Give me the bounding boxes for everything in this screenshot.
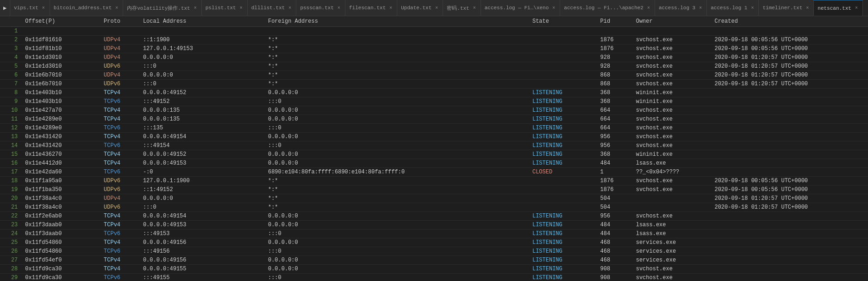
cell-11-local: :::135 xyxy=(139,124,264,133)
tab-close-0[interactable]: × xyxy=(41,6,46,11)
tab-13[interactable]: timeliner.txt× xyxy=(759,0,814,16)
table-row[interactable]: 30x11df81b10UDPv4127.0.0.1:49153*:*1876s… xyxy=(0,45,868,53)
cell-4-owner: svchost.exe xyxy=(632,62,711,71)
tab-7[interactable]: Update.txt× xyxy=(397,0,443,16)
cell-6-foreign: *:* xyxy=(264,80,529,89)
table-row[interactable]: 20x11df81610UDPv4::1:1900*:*1876svchost.… xyxy=(0,36,868,45)
tab-4[interactable]: dlllist.txt× xyxy=(248,0,297,16)
cell-25-pid: 468 xyxy=(597,247,632,256)
cell-21-num: 22 xyxy=(0,212,21,221)
tab-scroll-arrow[interactable]: ▶ xyxy=(0,0,10,16)
tab-close-14[interactable]: × xyxy=(854,6,859,11)
table-row[interactable]: 140x11e431420TCPv6:::49154:::0LISTENING9… xyxy=(0,141,868,150)
tab-label-12: access.log 1 xyxy=(711,5,747,11)
tab-close-13[interactable]: × xyxy=(805,6,810,11)
tab-2[interactable]: 内存volatility操作.txt× xyxy=(123,0,201,16)
cell-18-state xyxy=(529,185,597,194)
table-row[interactable]: 280x11fd9ca30TCPv40.0.0.0:491550.0.0.0:0… xyxy=(0,265,868,274)
tab-label-0: vips.txt xyxy=(14,5,38,11)
cell-0-owner xyxy=(632,27,711,36)
tab-5[interactable]: pssscan.txt× xyxy=(296,0,345,16)
tab-8[interactable]: 密码.txt× xyxy=(443,0,481,16)
table-row[interactable]: 220x11f2e6ab0TCPv40.0.0.0:491540.0.0.0:0… xyxy=(0,212,868,221)
cell-25-local: :::49156 xyxy=(139,247,264,256)
tab-14[interactable]: netscan.txt× xyxy=(814,0,863,16)
tab-10[interactable]: access.log — Fi...\apache2× xyxy=(560,0,655,16)
tab-close-12[interactable]: × xyxy=(750,6,755,11)
cell-14-local: 0.0.0.0:49152 xyxy=(139,150,264,159)
table-row[interactable]: 170x11e42da60TCPv6-:06890:e104:80fa:ffff… xyxy=(0,168,868,177)
tab-11[interactable]: access.log 3× xyxy=(655,0,707,16)
tab-close-4[interactable]: × xyxy=(287,6,292,11)
table-row[interactable]: 270x11fd54ef0TCPv40.0.0.0:491560.0.0.0:0… xyxy=(0,256,868,265)
tab-9[interactable]: access.log — Fi…\xeno× xyxy=(481,0,561,16)
cell-15-pid: 484 xyxy=(597,159,632,168)
table-row[interactable]: 60x11e6b7010UDPv40.0.0.0:0*:*868svchost.… xyxy=(0,71,868,80)
cell-13-created xyxy=(711,141,868,150)
table-row[interactable]: 260x11fd54860TCPv6:::49156:::0LISTENING4… xyxy=(0,247,868,256)
cell-27-state: LISTENING xyxy=(529,265,597,274)
table-row[interactable]: 230x11f3daab0TCPv40.0.0.0:491530.0.0.0:0… xyxy=(0,221,868,230)
data-table[interactable]: Offset(P)ProtoLocal AddressForeign Addre… xyxy=(0,16,868,281)
tab-label-10: access.log — Fi...\apache2 xyxy=(564,5,643,11)
tab-close-11[interactable]: × xyxy=(698,6,703,11)
tab-close-8[interactable]: × xyxy=(472,6,477,11)
tab-12[interactable]: access.log 1× xyxy=(707,0,759,16)
tab-close-6[interactable]: × xyxy=(388,6,393,11)
table-row[interactable]: 80x11e403b10TCPv40.0.0.0:491520.0.0.0:0L… xyxy=(0,89,868,97)
tab-1[interactable]: bitcoin_address.txt× xyxy=(50,0,123,16)
table-row[interactable]: 190x11f1ba350UDPv6::1:49152*:*1876svchos… xyxy=(0,185,868,194)
cell-4-offset: 0x11e1d3010 xyxy=(21,62,100,71)
cell-7-created xyxy=(711,89,868,97)
table-row[interactable]: 130x11e431420TCPv40.0.0.0:491540.0.0.0:0… xyxy=(0,133,868,141)
table-row[interactable]: 40x11e1d3010UDPv40.0.0.0:0*:*928svchost.… xyxy=(0,53,868,62)
cell-20-local: :::0 xyxy=(139,203,264,212)
tab-close-7[interactable]: × xyxy=(434,6,439,11)
tab-3[interactable]: pslist.txt× xyxy=(202,0,248,16)
table-row[interactable]: 50x11e1d3010UDPv6:::0*:*928svchost.exe20… xyxy=(0,62,868,71)
tab-6[interactable]: filescan.txt× xyxy=(345,0,397,16)
table-row[interactable]: 290x11fd9ca30TCPv6:::49155:::0LISTENING9… xyxy=(0,274,868,281)
cell-25-num: 26 xyxy=(0,247,21,256)
tab-close-3[interactable]: × xyxy=(239,6,244,11)
table-row[interactable]: 160x11e4412d0TCPv40.0.0.0:491530.0.0.0:0… xyxy=(0,159,868,168)
table-row[interactable]: 90x11e403b10TCPv6:::49152:::0LISTENING36… xyxy=(0,97,868,106)
cell-23-owner: lsass.exe xyxy=(632,230,711,238)
cell-18-foreign: *:* xyxy=(264,185,529,194)
tab-0[interactable]: vips.txt× xyxy=(10,0,50,16)
cell-3-num: 4 xyxy=(0,53,21,62)
tab-label-3: pslist.txt xyxy=(206,5,236,11)
cell-5-foreign: *:* xyxy=(264,71,529,80)
cell-27-num: 28 xyxy=(0,265,21,274)
table-row[interactable]: 120x11e4289e0TCPv6:::135:::0LISTENING664… xyxy=(0,124,868,133)
table-row[interactable]: 240x11f3daab0TCPv6:::49153:::0LISTENING4… xyxy=(0,230,868,238)
table-row[interactable]: 250x11fd54860TCPv40.0.0.0:491560.0.0.0:0… xyxy=(0,238,868,247)
cell-12-pid: 956 xyxy=(597,133,632,141)
cell-18-local: ::1:49152 xyxy=(139,185,264,194)
cell-12-num: 13 xyxy=(0,133,21,141)
cell-19-proto: UDPv4 xyxy=(100,194,139,203)
cell-24-num: 25 xyxy=(0,238,21,247)
cell-11-offset: 0x11e4289e0 xyxy=(21,124,100,133)
tab-close-5[interactable]: × xyxy=(337,6,341,11)
cell-17-offset: 0x11f1a95a0 xyxy=(21,177,100,185)
cell-10-proto: TCPv4 xyxy=(100,115,139,124)
tab-close-2[interactable]: × xyxy=(193,6,198,11)
table-row[interactable]: 110x11e4289e0TCPv40.0.0.0:1350.0.0.0:0LI… xyxy=(0,115,868,124)
cell-27-proto: TCPv4 xyxy=(100,265,139,274)
table-row[interactable]: 150x11e436270TCPv40.0.0.0:491520.0.0.0:0… xyxy=(0,150,868,159)
cell-2-pid: 1876 xyxy=(597,45,632,53)
table-row[interactable]: 70x11e6b7010UDPv6:::0*:*868svchost.exe20… xyxy=(0,80,868,89)
table-row[interactable]: 200x11f38a4c0UDPv40.0.0.0:0*:*5042020-09… xyxy=(0,194,868,203)
table-row[interactable]: 210x11f38a4c0UDPv6:::0*:*5042020-09-18 0… xyxy=(0,203,868,212)
table-row[interactable]: 1 xyxy=(0,27,868,36)
cell-14-offset: 0x11e436270 xyxy=(21,150,100,159)
table-row[interactable]: 180x11f1a95a0UDPv6127.0.0.1:1900*:*1876s… xyxy=(0,177,868,185)
cell-1-proto: UDPv4 xyxy=(100,36,139,45)
tab-close-9[interactable]: × xyxy=(551,6,556,11)
cell-1-foreign: *:* xyxy=(264,36,529,45)
tab-close-1[interactable]: × xyxy=(114,6,119,11)
cell-19-state xyxy=(529,194,597,203)
tab-close-10[interactable]: × xyxy=(646,6,651,11)
table-row[interactable]: 100x11e427a70TCPv40.0.0.0:1350.0.0.0:0LI… xyxy=(0,106,868,115)
